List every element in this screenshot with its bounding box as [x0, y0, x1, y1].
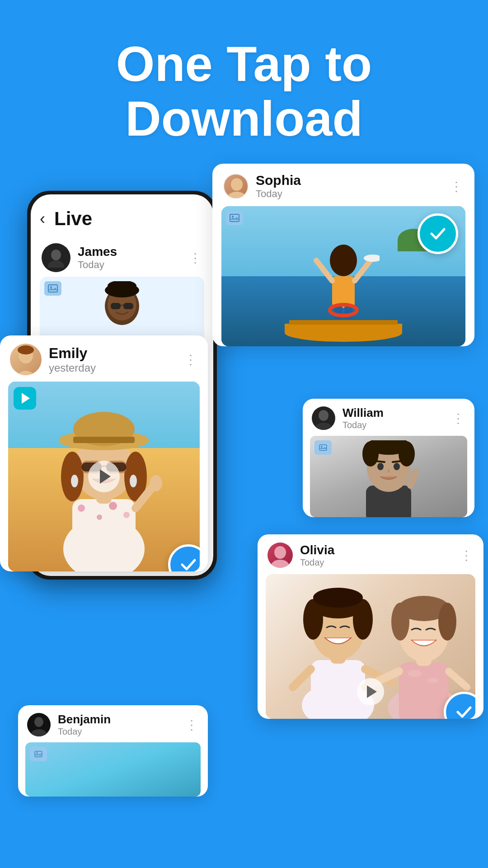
- svg-line-60: [393, 461, 401, 462]
- headline: One Tap to Download: [27, 36, 461, 146]
- emily-contact-row: Emily yesterday ⋮: [8, 344, 200, 375]
- benjamin-avatar: [27, 713, 51, 736]
- emily-time: yesterday: [49, 362, 177, 374]
- svg-point-12: [227, 192, 247, 199]
- william-avatar: [312, 406, 335, 430]
- olivia-play-center[interactable]: [357, 678, 384, 705]
- sophia-more-dots[interactable]: ⋮: [450, 179, 464, 194]
- svg-point-85: [34, 717, 43, 727]
- sophia-image[interactable]: [221, 206, 465, 346]
- svg-point-70: [353, 599, 373, 640]
- benjamin-image[interactable]: [25, 742, 201, 797]
- emily-avatar: [10, 344, 42, 375]
- svg-point-44: [130, 475, 137, 487]
- svg-line-16: [355, 260, 371, 281]
- svg-point-22: [232, 216, 234, 217]
- svg-point-88: [36, 752, 38, 754]
- emily-play-icon[interactable]: [14, 387, 36, 410]
- svg-line-59: [376, 461, 385, 462]
- svg-point-63: [271, 560, 289, 568]
- james-contact-row: James Today ⋮: [40, 243, 204, 272]
- emily-card-inner: Emily yesterday ⋮: [0, 335, 208, 571]
- svg-line-15: [316, 260, 332, 281]
- svg-point-0: [51, 250, 61, 260]
- sophia-card[interactable]: Sophia Today ⋮: [212, 164, 474, 346]
- benjamin-contact-row: Benjamin Today ⋮: [25, 712, 201, 737]
- benjamin-img-type-icon: [30, 747, 47, 761]
- james-more-dots[interactable]: ⋮: [189, 250, 202, 265]
- svg-point-58: [394, 463, 400, 470]
- james-avatar: [42, 243, 70, 272]
- svg-point-57: [377, 463, 384, 470]
- svg-rect-2: [48, 285, 57, 292]
- svg-point-43: [71, 475, 78, 487]
- header: One Tap to Download: [0, 0, 488, 164]
- benjamin-time: Today: [58, 726, 178, 737]
- back-arrow-icon[interactable]: ‹: [40, 209, 45, 228]
- olivia-contact-row: Olivia Today ⋮: [266, 542, 475, 568]
- svg-point-28: [97, 514, 102, 520]
- james-name: James: [78, 245, 182, 259]
- benjamin-more-dots[interactable]: ⋮: [185, 717, 199, 732]
- james-time: Today: [78, 259, 182, 271]
- svg-point-13: [330, 245, 357, 276]
- svg-point-3: [50, 286, 52, 288]
- image-type-icon: [44, 281, 61, 296]
- headline-line1: One Tap to: [116, 36, 372, 91]
- olivia-info: Olivia Today: [300, 543, 453, 568]
- emily-card[interactable]: Emily yesterday ⋮: [0, 335, 208, 571]
- sophia-card-inner: Sophia Today ⋮: [212, 164, 474, 346]
- sophia-contact-row: Sophia Today ⋮: [221, 173, 465, 200]
- svg-rect-7: [123, 303, 133, 309]
- svg-point-81: [391, 603, 409, 641]
- live-title: Live: [54, 208, 92, 230]
- benjamin-area: Benjamin Today ⋮: [18, 705, 208, 797]
- william-image[interactable]: [310, 436, 467, 517]
- william-card[interactable]: William Today ⋮: [303, 399, 474, 517]
- svg-line-84: [449, 671, 467, 687]
- emily-center-play[interactable]: [88, 461, 120, 492]
- live-header: ‹ Live: [40, 208, 204, 230]
- sophia-check-badge[interactable]: [418, 213, 458, 254]
- benjamin-name: Benjamin: [58, 712, 178, 726]
- svg-point-17: [364, 255, 380, 262]
- svg-point-86: [31, 729, 47, 736]
- svg-point-11: [231, 178, 243, 191]
- sophia-time: Today: [256, 188, 443, 200]
- emily-more-dots[interactable]: ⋮: [184, 352, 198, 367]
- emily-name: Emily: [49, 345, 177, 362]
- olivia-image[interactable]: [266, 574, 475, 719]
- svg-point-77: [427, 678, 438, 683]
- benjamin-info: Benjamin Today: [58, 712, 178, 737]
- svg-rect-21: [230, 214, 239, 222]
- olivia-card[interactable]: Olivia Today ⋮: [258, 534, 483, 719]
- svg-rect-49: [319, 445, 327, 450]
- svg-point-27: [78, 505, 85, 512]
- headline-line2: Download: [125, 90, 363, 146]
- svg-point-71: [313, 588, 363, 608]
- william-more-dots[interactable]: ⋮: [452, 411, 465, 426]
- svg-point-62: [274, 546, 286, 559]
- olivia-more-dots[interactable]: ⋮: [460, 548, 474, 563]
- svg-point-46: [150, 475, 162, 491]
- william-time: Today: [343, 420, 445, 430]
- svg-point-82: [438, 603, 456, 641]
- emily-image[interactable]: [8, 382, 200, 571]
- olivia-avatar: [267, 542, 293, 568]
- sophia-img-type-icon: [226, 211, 243, 225]
- william-contact-row: William Today ⋮: [310, 406, 467, 430]
- svg-rect-6: [111, 303, 121, 309]
- svg-rect-35: [73, 437, 135, 443]
- svg-line-72: [293, 669, 311, 687]
- william-card-inner: William Today ⋮: [303, 399, 474, 517]
- svg-point-20: [330, 305, 357, 316]
- william-name: William: [343, 406, 445, 420]
- svg-line-61: [410, 472, 416, 486]
- svg-point-24: [18, 345, 34, 354]
- svg-point-48: [314, 423, 333, 430]
- svg-rect-87: [35, 751, 42, 757]
- svg-point-30: [123, 512, 130, 518]
- william-info: William Today: [343, 406, 445, 430]
- svg-point-1: [48, 260, 64, 268]
- olivia-card-inner: Olivia Today ⋮: [258, 534, 483, 719]
